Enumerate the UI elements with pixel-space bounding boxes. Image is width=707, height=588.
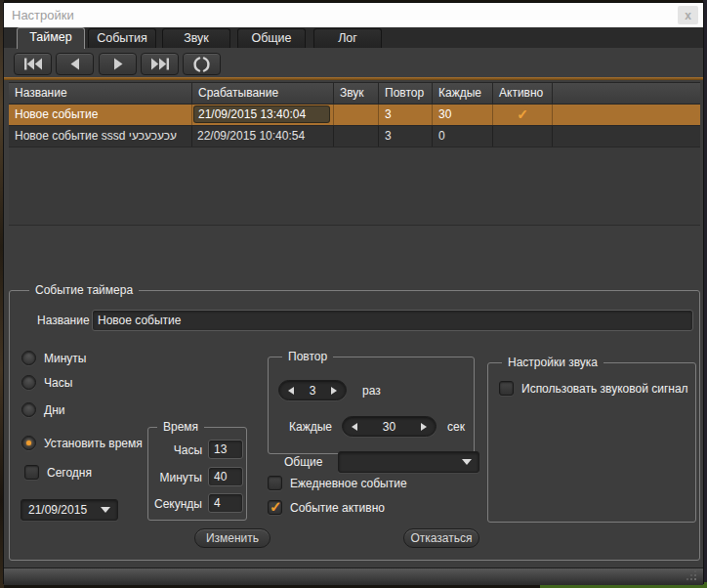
- general-select[interactable]: [338, 451, 479, 473]
- checkbox-icon: [268, 500, 282, 515]
- cell-active: [493, 105, 553, 125]
- cell-repeat: 3: [379, 105, 433, 125]
- radio-icon: [21, 351, 36, 365]
- tab-bar: Таймер События Звук Общие Лог: [4, 27, 703, 48]
- tab-log[interactable]: Лог: [313, 28, 382, 48]
- mode-label: Часы: [44, 376, 72, 390]
- event-active-checkbox[interactable]: Событие активно: [268, 500, 385, 515]
- use-sound-checkbox[interactable]: Использовать звуковой сигнал: [499, 381, 688, 396]
- cell-sound: [334, 105, 379, 125]
- table-row[interactable]: Новое событие 21/09/2015 13:40:04 3 30: [9, 105, 700, 126]
- every-value: 30: [383, 420, 395, 434]
- every-unit-label: сек: [447, 420, 465, 434]
- date-select[interactable]: 21/09/2015: [21, 499, 118, 521]
- seconds-label: Секунды: [148, 497, 202, 511]
- cell-every: 30: [433, 105, 493, 125]
- cell-sound: [334, 126, 379, 147]
- chevron-down-icon: [462, 459, 472, 465]
- hours-label: Часы: [148, 443, 202, 457]
- sound-group-title: Настройки звука: [502, 356, 603, 370]
- focused-cell: 21/09/2015 13:40:04: [193, 105, 330, 123]
- tab-label: События: [97, 31, 147, 45]
- resize-grip-icon[interactable]: [694, 578, 696, 580]
- tab-sound[interactable]: Звук: [162, 28, 230, 48]
- cell-repeat: 3: [379, 126, 433, 147]
- events-table: Название Срабатывание Звук Повтор Каждые…: [9, 82, 700, 226]
- time-group: Время Часы Минуты Секунды: [147, 427, 247, 521]
- tab-label: Лог: [338, 31, 357, 45]
- sound-settings-group: Настройки звука Использовать звуковой си…: [487, 362, 696, 523]
- hours-input[interactable]: [208, 440, 243, 459]
- general-label: Общие: [284, 455, 322, 469]
- event-active-label: Событие активно: [290, 501, 385, 515]
- repeat-button[interactable]: [183, 53, 221, 75]
- column-header-extra[interactable]: [553, 83, 700, 104]
- minutes-input[interactable]: [208, 467, 243, 486]
- column-header-trigger[interactable]: Срабатывание: [192, 83, 334, 104]
- decrement-icon[interactable]: [352, 423, 357, 431]
- play-icon: [113, 58, 123, 70]
- edit-button[interactable]: Изменить: [194, 528, 270, 548]
- column-header-every[interactable]: Каждые: [433, 83, 493, 104]
- group-title: Событие таймера: [29, 283, 139, 298]
- repeat-icon: [193, 57, 210, 72]
- increment-icon[interactable]: [331, 387, 337, 395]
- daily-event-checkbox[interactable]: Ежедневное событие: [268, 476, 407, 490]
- today-checkbox[interactable]: Сегодня: [24, 465, 92, 480]
- radio-icon: [21, 375, 36, 390]
- column-header-name[interactable]: Название: [9, 83, 192, 104]
- column-header-repeat[interactable]: Повтор: [379, 83, 433, 104]
- event-name-input[interactable]: [92, 310, 693, 331]
- cell-extra: [553, 126, 700, 147]
- settings-window: Настройки x Таймер События Звук Общие Ло…: [3, 2, 704, 584]
- repeat-group: Повтор 3 раз Каждые 30 сек: [268, 357, 475, 454]
- repeat-group-title: Повтор: [282, 350, 333, 364]
- seconds-input[interactable]: [208, 493, 243, 513]
- skip-first-button[interactable]: [14, 53, 52, 75]
- checkbox-icon: [268, 476, 282, 490]
- date-value: 21/09/2015: [28, 503, 87, 517]
- tab-label: Общие: [251, 31, 291, 45]
- mode-days-radio[interactable]: Дни: [21, 402, 64, 417]
- step-backward-button[interactable]: [56, 53, 94, 75]
- mode-label: Дни: [44, 403, 64, 417]
- play-button[interactable]: [99, 53, 137, 75]
- decrement-icon[interactable]: [288, 387, 294, 395]
- window-title: Настройки: [12, 3, 74, 27]
- mode-hours-radio[interactable]: Часы: [21, 375, 72, 390]
- name-label: Название: [37, 314, 90, 327]
- repeat-count-spinner[interactable]: 3: [278, 380, 347, 400]
- tab-events[interactable]: События: [88, 28, 156, 48]
- skip-first-icon: [23, 58, 43, 70]
- table-row[interactable]: Новое событие sssd עכעכעכעי 22/09/2015 1…: [9, 126, 700, 147]
- skip-forward-button[interactable]: [141, 53, 179, 75]
- every-spinner[interactable]: 30: [342, 416, 437, 437]
- cell-active: [493, 126, 553, 147]
- timer-event-group: Событие таймера Название Минуты Часы Дни…: [9, 290, 700, 561]
- minutes-label: Минуты: [148, 471, 202, 484]
- tab-general[interactable]: Общие: [237, 28, 306, 48]
- radio-icon: [21, 402, 36, 417]
- cell-trigger: 22/09/2015 10:40:54: [192, 126, 334, 147]
- titlebar[interactable]: Настройки x: [4, 3, 703, 27]
- time-group-title: Время: [157, 420, 204, 435]
- column-header-sound[interactable]: Звук: [334, 83, 379, 104]
- cancel-button[interactable]: Отказаться: [403, 528, 479, 548]
- tab-timer[interactable]: Таймер: [17, 27, 85, 49]
- mode-label: Установить время: [44, 437, 143, 450]
- table-header: Название Срабатывание Звук Повтор Каждые…: [9, 83, 700, 105]
- cell-name: Новое событие sssd עכעכעכעי: [9, 126, 192, 147]
- toolbar: Все Активные Неактивные: [4, 48, 703, 77]
- trigger-value: 22/09/2015 10:40:54: [193, 127, 330, 145]
- cell-name: Новое событие: [9, 105, 192, 125]
- repeat-unit-label: раз: [362, 384, 381, 398]
- mode-minutes-radio[interactable]: Минуты: [21, 351, 86, 365]
- column-header-active[interactable]: Активно: [493, 83, 553, 104]
- skip-forward-icon: [150, 58, 170, 70]
- mode-set-time-radio[interactable]: Установить время: [21, 436, 143, 450]
- check-icon: [493, 105, 552, 125]
- tab-label: Звук: [184, 31, 209, 45]
- increment-icon[interactable]: [421, 423, 427, 431]
- close-button[interactable]: x: [678, 6, 698, 24]
- status-bar: [4, 567, 703, 585]
